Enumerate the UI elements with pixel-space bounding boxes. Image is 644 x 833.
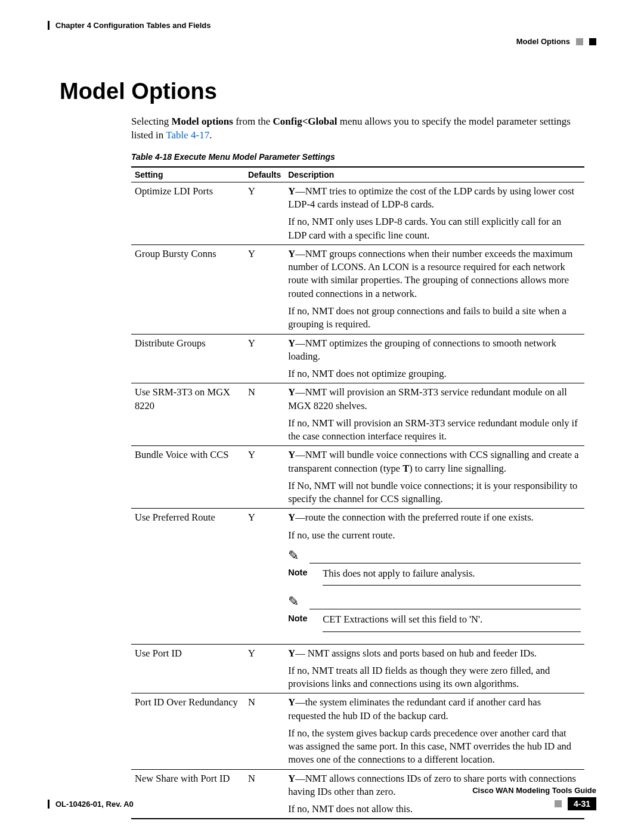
table-row: Use Port IDYY— NMT assigns slots and por… <box>131 644 584 693</box>
cell-setting: Use SRM-3T3 on MGX 8220 <box>131 383 244 446</box>
guide-title: Cisco WAN Modeling Tools Guide <box>48 786 596 795</box>
intro-paragraph: Selecting Model options from the Config<… <box>131 115 584 143</box>
cell-default: Y <box>244 244 284 334</box>
cell-default: N <box>244 693 284 769</box>
cell-description: Y—NMT tries to optimize the cost of the … <box>284 182 584 244</box>
cell-default: Y <box>244 446 284 509</box>
cell-default: N <box>244 383 284 446</box>
doc-id: OL-10426-01, Rev. A0 <box>48 800 134 809</box>
col-setting: Setting <box>131 167 244 182</box>
pencil-icon: ✎ <box>288 595 299 609</box>
page-number: 4-31 <box>568 797 596 810</box>
table-row: Port ID Over RedundancyNY—the system eli… <box>131 693 584 769</box>
cell-description: Y—NMT will provision an SRM-3T3 service … <box>284 383 584 446</box>
cell-setting: Distribute Groups <box>131 334 244 383</box>
pencil-icon: ✎ <box>288 549 299 563</box>
table-ref-link[interactable]: Table 4-17 <box>166 129 209 141</box>
cell-description: Y—the system eliminates the redundant ca… <box>284 693 584 769</box>
decor-square-icon <box>555 800 562 807</box>
cell-setting: Use Preferred Route <box>131 509 244 644</box>
cell-description: Y—NMT will bundle voice connections with… <box>284 446 584 509</box>
table-caption: Table 4-18 Execute Menu Model Parameter … <box>131 152 596 162</box>
settings-table: Setting Defaults Description Optimize LD… <box>131 166 584 820</box>
cell-setting: Optimize LDI Ports <box>131 182 244 244</box>
decor-square-icon <box>589 38 596 45</box>
cell-default: Y <box>244 644 284 693</box>
cell-default: Y <box>244 334 284 383</box>
col-defaults: Defaults <box>244 167 284 182</box>
page-title: Model Options <box>60 79 596 104</box>
decor-square-icon <box>576 38 583 45</box>
table-row: Group Bursty ConnsYY—NMT groups connecti… <box>131 244 584 334</box>
cell-setting: Bundle Voice with CCS <box>131 446 244 509</box>
cell-default: Y <box>244 509 284 644</box>
col-description: Description <box>284 167 584 182</box>
table-row: Use SRM-3T3 on MGX 8220NY—NMT will provi… <box>131 383 584 446</box>
note-label: Note <box>288 567 312 579</box>
note-block: ✎NoteThis does not apply to failure anal… <box>288 549 581 586</box>
note-block: ✎NoteCET Extractions will set this field… <box>288 595 581 631</box>
table-row: Use Preferred RouteYY—route the connecti… <box>131 509 584 644</box>
section-header: Model Options <box>48 37 596 46</box>
table-row: Optimize LDI PortsYY—NMT tries to optimi… <box>131 182 584 244</box>
cell-setting: Port ID Over Redundancy <box>131 693 244 769</box>
cell-setting: Use Port ID <box>131 644 244 693</box>
cell-default: Y <box>244 182 284 244</box>
chapter-header: Chapter 4 Configuration Tables and Field… <box>48 21 596 30</box>
note-text: CET Extractions will set this field to '… <box>323 613 581 626</box>
cell-description: Y—route the connection with the preferre… <box>284 509 584 644</box>
table-row: Distribute GroupsYY—NMT optimizes the gr… <box>131 334 584 383</box>
section-title: Model Options <box>516 37 570 46</box>
cell-description: Y—NMT groups connections when their numb… <box>284 244 584 334</box>
cell-description: Y—NMT optimizes the grouping of connecti… <box>284 334 584 383</box>
note-text: This does not apply to failure analysis. <box>323 567 581 580</box>
note-label: Note <box>288 613 312 625</box>
cell-setting: Group Bursty Conns <box>131 244 244 334</box>
table-row: Bundle Voice with CCSYY—NMT will bundle … <box>131 446 584 509</box>
cell-description: Y— NMT assigns slots and ports based on … <box>284 644 584 693</box>
page-footer: Cisco WAN Modeling Tools Guide OL-10426-… <box>48 786 596 810</box>
